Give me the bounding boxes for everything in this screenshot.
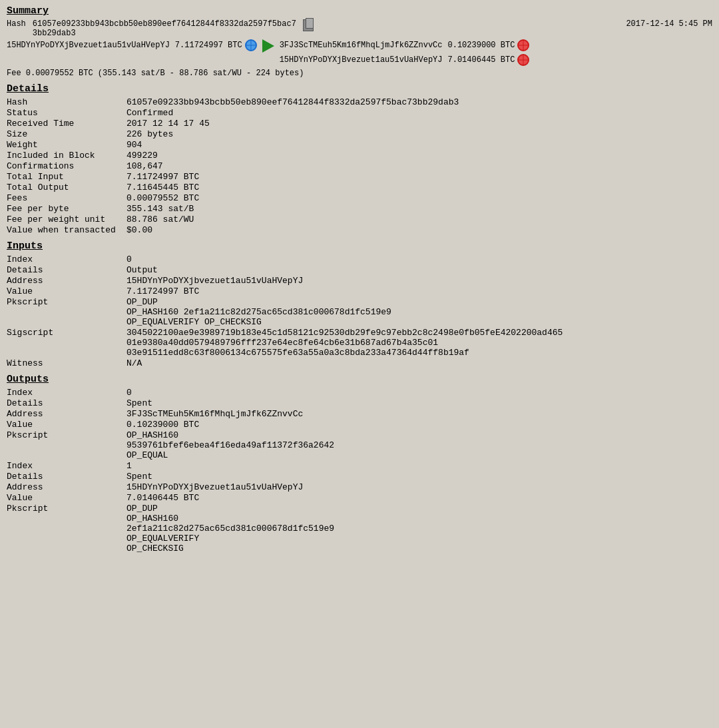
output-row-1: 3FJ3ScTMEuh5Km16fMhqLjmJfk6ZZnvvCc 0.102… [280, 39, 530, 51]
detail-label: Weight [7, 140, 126, 150]
detail-label: Status [7, 108, 126, 118]
output-label: Value [7, 420, 126, 430]
output-value: 3FJ3ScTMEuh5Km16fMhqLjmJfk6ZZnvvCc [126, 409, 712, 419]
detail-value: Confirmed [126, 108, 712, 118]
detail-row: Sigscript3045022100ae9e3989719b183e45c1d… [7, 328, 712, 358]
output-label: Address [7, 482, 126, 492]
output-value: 7.01406445 BTC [126, 493, 712, 503]
detail-value: 88.786 sat/WU [126, 214, 712, 224]
detail-value: 3045022100ae9e3989719b183e45c1d58121c925… [126, 328, 712, 358]
output-value: Spent [126, 398, 712, 408]
inputs-title: Inputs [7, 240, 712, 252]
output2-address[interactable]: 15HDYnYPoDYXjBvezuet1au51vUaHVepYJ [280, 55, 443, 65]
summary-section: Summary Hash 61057e09233bb943bcbb50eb890… [7, 5, 712, 78]
detail-label: Size [7, 129, 126, 139]
detail-row: Value when transacted $0.00 [7, 225, 712, 235]
detail-label: Value when transacted [7, 225, 126, 235]
output-label: Address [7, 409, 126, 419]
detail-row: Total Output7.11645445 BTC [7, 182, 712, 192]
output-label: Details [7, 398, 126, 408]
detail-row: Fee per weight unit88.786 sat/WU [7, 214, 712, 224]
detail-label: Total Output [7, 182, 126, 192]
output-value: 0 [126, 388, 712, 398]
outputs-rows: Index0DetailsSpentAddress3FJ3ScTMEuh5Km1… [7, 388, 712, 553]
output1-amount: 0.10239000 BTC [448, 41, 515, 50]
output-value: 15HDYnYPoDYXjBvezuet1au51vUaHVepYJ [126, 482, 712, 492]
output-label: Value [7, 493, 126, 503]
detail-row: Total Input7.11724997 BTC [7, 172, 712, 182]
details-rows: Hash61057e09233bb943bcbb50eb890eef764128… [7, 97, 712, 235]
output-value: OP_DUPOP_HASH1602ef1a211c82d275ac65cd381… [126, 504, 712, 553]
detail-label: Pkscript [7, 297, 126, 327]
globe-icon-output2[interactable] [517, 54, 529, 66]
summary-title: Summary [7, 5, 712, 17]
timestamp: 2017-12-14 5:45 PM [626, 19, 712, 29]
detail-value: 7.11724997 BTC [126, 286, 712, 296]
detail-row: Received Time2017 12 14 17 45 [7, 119, 712, 129]
output2-amount: 7.01406445 BTC [448, 55, 515, 65]
output1-address[interactable]: 3FJ3ScTMEuh5Km16fMhqLjmJfk6ZZnvvCc [280, 41, 443, 50]
detail-row: WitnessN/A [7, 358, 712, 368]
detail-label: Details [7, 265, 126, 275]
arrow-icon [262, 39, 274, 53]
detail-value: 0.00079552 BTC [126, 193, 712, 203]
detail-label: Fee per byte [7, 204, 126, 214]
output-row: PkscriptOP_DUPOP_HASH1602ef1a211c82d275a… [7, 504, 712, 553]
detail-row: Hash61057e09233bb943bcbb50eb890eef764128… [7, 97, 712, 107]
copy-icon[interactable] [303, 19, 314, 31]
output-row: DetailsSpent [7, 472, 712, 482]
output-value: 1 [126, 461, 712, 471]
detail-value: 108,647 [126, 161, 712, 171]
detail-row: Value7.11724997 BTC [7, 286, 712, 296]
hash-line1: 61057e09233bb943bcbb50eb890eef76412844f8… [33, 19, 296, 29]
detail-value: 355.143 sat/B [126, 204, 712, 214]
detail-row: Included in Block499229 [7, 151, 712, 161]
detail-row: Confirmations108,647 [7, 161, 712, 171]
detail-label: Fees [7, 193, 126, 203]
detail-label: Fee per weight unit [7, 214, 126, 224]
tx-flow: 15HDYnYPoDYXjBvezuet1au51vUaHVepYJ 7.117… [7, 39, 712, 66]
output-row: Index0 [7, 388, 712, 398]
detail-label: Sigscript [7, 328, 126, 358]
hash-left: Hash 61057e09233bb943bcbb50eb890eef76412… [7, 19, 314, 38]
output-row: Address15HDYnYPoDYXjBvezuet1au51vUaHVepY… [7, 482, 712, 492]
hash-row: Hash 61057e09233bb943bcbb50eb890eef76412… [7, 19, 712, 38]
output-label: Details [7, 472, 126, 482]
output-row: Value0.10239000 BTC [7, 420, 712, 430]
detail-value: 499229 [126, 151, 712, 161]
output-row: PkscriptOP_HASH1609539761bfef6ebea4f16ed… [7, 430, 712, 460]
inputs-rows: Index0DetailsOutputAddress15HDYnYPoDYXjb… [7, 254, 712, 368]
output-value: 0.10239000 BTC [126, 420, 712, 430]
output-label: Pkscript [7, 430, 126, 460]
detail-row: PkscriptOP_DUPOP_HASH160 2ef1a211c82d275… [7, 297, 712, 327]
output-row-2: 15HDYnYPoDYXjBvezuet1au51vUaHVepYJ 7.014… [280, 54, 530, 66]
detail-value: N/A [126, 358, 712, 368]
output-label: Pkscript [7, 504, 126, 553]
globe-icon-input[interactable] [245, 39, 257, 51]
detail-row: DetailsOutput [7, 265, 712, 275]
detail-value: $0.00 [126, 225, 712, 235]
tx-outputs: 3FJ3ScTMEuh5Km16fMhqLjmJfk6ZZnvvCc 0.102… [280, 39, 530, 66]
details-title: Details [7, 83, 712, 95]
detail-label: Included in Block [7, 151, 126, 161]
input-address[interactable]: 15HDYnYPoDYXjBvezuet1au51vUaHVepYJ [7, 41, 170, 50]
detail-value: 7.11645445 BTC [126, 182, 712, 192]
detail-row: Fees0.00079552 BTC [7, 193, 712, 203]
detail-row: Fee per byte355.143 sat/B [7, 204, 712, 214]
globe-icon-output1[interactable] [517, 39, 529, 51]
hash-value-block: 61057e09233bb943bcbb50eb890eef76412844f8… [33, 19, 296, 38]
detail-value: 7.11724997 BTC [126, 172, 712, 182]
detail-row: Index0 [7, 254, 712, 264]
outputs-title: Outputs [7, 374, 712, 385]
output-row: DetailsSpent [7, 398, 712, 408]
output-value: OP_HASH1609539761bfef6ebea4f16eda49af113… [126, 430, 712, 460]
detail-value: 15HDYnYPoDYXjbvezuet1au51vUaHVepYJ [126, 276, 712, 286]
hash-line2: 3bb29dab3 [33, 29, 296, 38]
output-label: Index [7, 461, 126, 471]
detail-row: StatusConfirmed [7, 108, 712, 118]
detail-value: OP_DUPOP_HASH160 2ef1a211c82d275ac65cd38… [126, 297, 712, 327]
outputs-section: Outputs Index0DetailsSpentAddress3FJ3ScT… [7, 374, 712, 553]
detail-label: Confirmations [7, 161, 126, 171]
detail-label: Total Input [7, 172, 126, 182]
detail-row: Address15HDYnYPoDYXjbvezuet1au51vUaHVepY… [7, 276, 712, 286]
